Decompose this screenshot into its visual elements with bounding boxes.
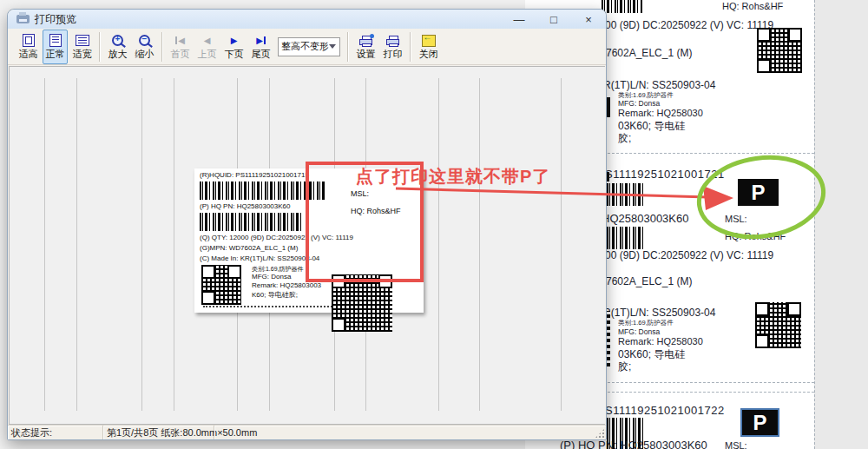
- button-label: 缩小: [135, 49, 155, 60]
- close-preview-button[interactable]: 关闭: [416, 30, 441, 64]
- scale-mode-select[interactable]: 整高不变形: [278, 37, 340, 56]
- toolbar-separator: [347, 32, 349, 62]
- prev-page-button[interactable]: ◀ 上页: [194, 30, 220, 64]
- toolbar-separator: [410, 32, 411, 62]
- screenshot-stage: HQ: Rohs&HF 00 (9D) DC:20250922 (V) VC: …: [0, 0, 868, 449]
- bg-top-remark1: Remark: HQ258030: [618, 108, 703, 118]
- bg-top-hq: HQ: Rohs&HF: [722, 1, 783, 11]
- maximize-button[interactable]: □: [536, 10, 571, 29]
- bg-mid-mpn: 7602A_ELC_1 (M): [606, 275, 692, 287]
- zoom-out-icon: −: [139, 35, 150, 46]
- bg-top-remark3: 胶;: [618, 131, 631, 146]
- bg-mid-msl: MSL:: [725, 214, 747, 224]
- normal-view-icon: [49, 34, 62, 47]
- status-hint-label: 状态提示:: [11, 426, 52, 439]
- exit-icon: [422, 35, 436, 47]
- bg-bot-msl: MSL:: [725, 440, 747, 449]
- dotted-line: [203, 306, 342, 307]
- fit-height-icon: [23, 34, 35, 47]
- barcode: [602, 0, 643, 13]
- print-button[interactable]: 打印: [380, 30, 405, 64]
- bg-mid-hq: HQ: Rohs&HF: [725, 231, 786, 241]
- print-preview-window: 打印预览 — □ × 适高 正常 适宽 + 放大: [7, 9, 607, 440]
- bg-top-ln: R(1T)L/N: SS250903-04: [603, 79, 715, 91]
- window-title: 打印预览: [35, 12, 76, 27]
- bg-mid-remark3: 胶;: [618, 360, 631, 374]
- page-mfg: MFG: Donsa: [252, 273, 291, 281]
- printer-icon: [16, 15, 30, 23]
- fit-height-button[interactable]: 适高: [16, 30, 41, 64]
- msl-p-badge-selected[interactable]: P: [740, 408, 779, 437]
- page-made-in: (C) Made In: KR(1T)L/N: SS250903-04: [200, 254, 319, 262]
- barcode: [200, 182, 326, 200]
- bg-mid-hquid: S11119251021001721: [605, 168, 725, 181]
- printer-settings-icon: [359, 36, 372, 45]
- page-mpn: (G)MPN: WD7602A_ELC_1 (M): [200, 244, 298, 252]
- title-bar[interactable]: 打印预览 — □ ×: [8, 10, 606, 29]
- page-info: 第1页/共8页: [107, 426, 158, 439]
- page-msl: MSL:: [351, 189, 369, 198]
- barcode: [607, 183, 643, 206]
- zoom-in-button[interactable]: + 放大: [105, 30, 130, 64]
- scale-mode-value: 整高不变形: [279, 40, 329, 53]
- fit-width-button[interactable]: 适宽: [69, 30, 95, 64]
- close-button[interactable]: ×: [571, 10, 606, 29]
- normal-view-button[interactable]: 正常: [43, 30, 68, 64]
- button-label: 下页: [225, 49, 244, 60]
- last-page-icon: ▶: [256, 36, 266, 45]
- fit-width-icon: [76, 35, 89, 46]
- qr-code: [201, 265, 241, 305]
- print-icon: [386, 36, 399, 45]
- prev-page-icon: ◀: [204, 36, 211, 45]
- first-page-button[interactable]: ◀ 首页: [168, 30, 193, 64]
- button-label: 首页: [171, 49, 190, 60]
- toolbar: 适高 正常 适宽 + 放大 − 缩小 ◀ 首页: [8, 29, 606, 65]
- button-label: 打印: [384, 49, 403, 60]
- status-bar: 状态提示: 第1页/共8页 纸张:80.0mm×50.0mm: [8, 425, 606, 439]
- first-page-icon: ◀: [175, 36, 185, 45]
- page-hquid: (R)HQUID: PS11119251021001715: [200, 171, 309, 179]
- bg-bot-hquid: S11119251021001722: [605, 404, 725, 417]
- bg-mid-ln: R(1T)L/N: SS250903-04: [603, 307, 715, 319]
- page-qty: (Q) QTY: 12000 (9D) DC:20250922 (V) VC: …: [200, 234, 353, 241]
- bg-mid-remark1: Remark: HQ258030: [618, 336, 703, 347]
- qr-code: [757, 28, 802, 73]
- bg-top-mfg: MFG: Donsa: [618, 99, 660, 108]
- canvas-gray-area: [814, 0, 868, 449]
- qr-code: [755, 302, 801, 348]
- zoom-in-icon: +: [112, 35, 123, 46]
- preview-area[interactable]: (R)HQUID: PS11119251021001715 (P) HQ PN:…: [9, 66, 605, 425]
- page-pn: (P) HQ PN: HQ25803003K60: [200, 202, 291, 210]
- button-label: 关闭: [419, 49, 438, 60]
- settings-button[interactable]: 设置: [353, 30, 378, 64]
- barcode: [607, 227, 643, 249]
- button-label: 上页: [198, 49, 217, 60]
- page-separator-line: [174, 78, 174, 411]
- bg-mid-category: 类别:1.69,防护器件: [618, 319, 674, 327]
- bg-top-mpn: 7602A_ELC_1 (M): [606, 47, 692, 59]
- button-label: 适宽: [73, 49, 92, 60]
- toolbar-separator: [161, 32, 163, 62]
- button-label: 放大: [108, 49, 128, 60]
- bg-top-qty: 00 (9D) DC:20250922 (V) VC: 11119: [605, 19, 773, 31]
- button-label: 正常: [46, 49, 65, 60]
- last-page-button[interactable]: ▶ 尾页: [248, 30, 273, 64]
- next-page-icon: ▶: [231, 36, 238, 45]
- barcode: [200, 213, 302, 231]
- zoom-out-button[interactable]: − 缩小: [132, 30, 157, 64]
- bg-mid-mfg: MFG: Donsa: [618, 327, 660, 336]
- chevron-down-icon: [329, 44, 336, 49]
- preview-page: (R)HQUID: PS11119251021001715 (P) HQ PN:…: [194, 168, 424, 313]
- qr-code: [332, 274, 392, 332]
- minimize-button[interactable]: —: [502, 10, 536, 29]
- page-remark2: K60; 导电硅胶;: [252, 290, 298, 300]
- bg-mid-pn: HQ25803003K60: [602, 212, 688, 225]
- page-paper-panel: 第1页/共8页 纸张:80.0mm×50.0mm: [103, 426, 214, 439]
- button-label: 设置: [357, 49, 376, 60]
- page-hq: HQ: Rohs&HF: [351, 207, 401, 215]
- bg-mid-qty: 00 (9D) DC:20250922 (V) VC: 11119: [605, 249, 773, 261]
- page-separator-line: [561, 78, 562, 411]
- status-empty-panel: [214, 426, 606, 439]
- status-hint-panel: 状态提示:: [8, 426, 103, 439]
- next-page-button[interactable]: ▶ 下页: [221, 30, 247, 64]
